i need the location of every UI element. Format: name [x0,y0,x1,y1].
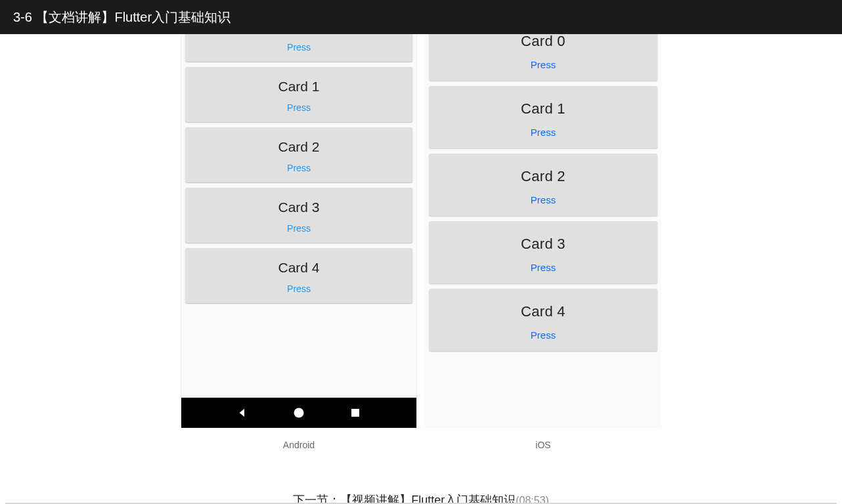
android-label: Android [283,440,315,450]
android-card-list[interactable]: Card 0 Press Card 1 Press Card 2 Press [181,34,416,398]
press-button[interactable]: Press [429,194,657,205]
list-item: Card 2 Press [429,154,657,216]
press-button[interactable]: Press [429,59,657,70]
content-area: Card 0 Press Card 1 Press Card 2 Press [0,34,842,504]
svg-rect-1 [351,409,359,417]
press-button[interactable]: Press [185,102,412,113]
list-item: Card 1 Press [185,67,412,122]
press-button[interactable]: Press [429,329,657,341]
press-button[interactable]: Press [185,42,412,52]
recent-apps-icon[interactable] [349,407,361,419]
back-icon[interactable] [236,407,248,419]
ios-card-list-inner: Card 0 Press Card 1 Press Card 2 Press [429,34,657,351]
card-title: Card 3 [429,236,657,253]
list-item: Card 0 Press [185,34,412,62]
ios-device-frame: Card 0 Press Card 1 Press Card 2 Press [425,34,661,428]
android-nav-bar [181,398,416,428]
android-card-list-inner: Card 0 Press Card 1 Press Card 2 Press [185,34,412,303]
ios-column: Card 0 Press Card 1 Press Card 2 Press [425,34,661,450]
list-item: Card 2 Press [185,127,412,182]
card-title: Card 2 [185,139,412,155]
android-column: Card 0 Press Card 1 Press Card 2 Press [181,34,417,450]
list-item: Card 4 Press [429,289,657,351]
ios-label: iOS [535,440,550,450]
list-item: Card 1 Press [429,86,657,148]
card-title: Card 1 [185,79,412,94]
android-device-frame: Card 0 Press Card 1 Press Card 2 Press [181,34,417,428]
press-button[interactable]: Press [429,127,657,138]
card-title: Card 0 [429,34,657,50]
svg-point-0 [294,408,303,418]
list-item: Card 3 Press [185,188,412,243]
press-button[interactable]: Press [185,163,412,173]
home-icon[interactable] [292,406,305,419]
press-button[interactable]: Press [185,284,412,294]
card-title: Card 4 [429,303,657,320]
list-item: Card 3 Press [429,221,657,284]
press-button[interactable]: Press [429,262,657,273]
card-title: Card 3 [185,200,412,215]
ios-card-list[interactable]: Card 0 Press Card 1 Press Card 2 Press [425,34,661,367]
list-item: Card 4 Press [185,248,412,303]
press-button[interactable]: Press [185,223,412,234]
card-title: Card 4 [185,260,412,276]
card-title: Card 1 [429,100,657,117]
page-header: 3-6 【文档讲解】Flutter入门基础知识 [0,0,842,34]
page-title: 3-6 【文档讲解】Flutter入门基础知识 [13,9,231,26]
list-item: Card 0 Press [429,34,657,81]
card-title: Card 2 [429,168,657,185]
device-mockups: Card 0 Press Card 1 Press Card 2 Press [0,34,842,450]
